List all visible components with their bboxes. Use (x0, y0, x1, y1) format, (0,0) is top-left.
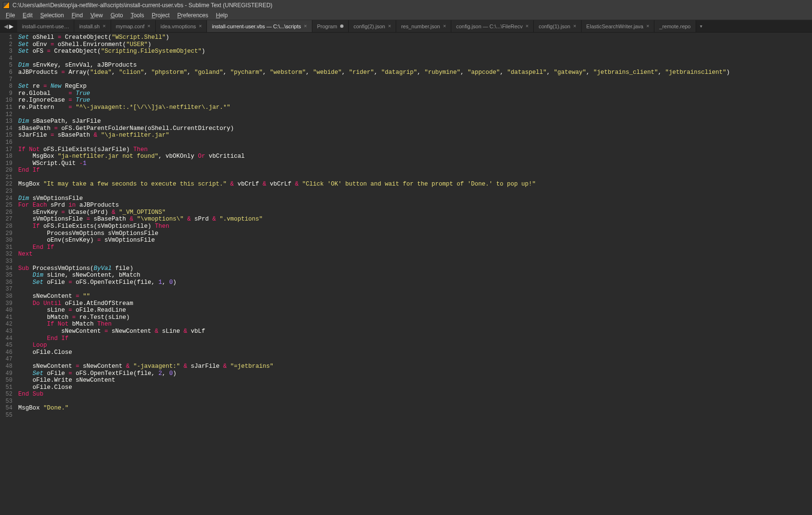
tab[interactable]: idea.vmoptions× (156, 20, 207, 32)
tab[interactable]: config(2).json× (349, 20, 396, 32)
code-line[interactable]: Dim sBasePath, sJarFile (18, 118, 812, 125)
code-line[interactable]: oEnv(sEnvKey) = sVmOptionsFile (18, 237, 812, 244)
code-line[interactable]: ProcessVmOptions sVmOptionsFile (18, 230, 812, 237)
code-line[interactable]: MsgBox "It may take a few seconds to exe… (18, 181, 812, 188)
code-line[interactable] (18, 188, 812, 195)
nav-forward-icon[interactable]: ▶ (9, 23, 13, 30)
menu-item[interactable]: Find (68, 11, 86, 20)
tab[interactable]: config.json — C:\...\FileRecv× (451, 20, 534, 32)
tab[interactable]: Program (312, 20, 349, 32)
tab[interactable]: install-current-use… (17, 20, 74, 32)
close-icon[interactable]: × (573, 23, 576, 29)
tab[interactable]: ElasticSearchWriter.java× (582, 20, 654, 32)
menu-item[interactable]: Edit (19, 11, 36, 20)
code-line[interactable]: sNewContent = "" (18, 293, 812, 300)
code-line[interactable]: For Each sPrd in aJBProducts (18, 202, 812, 209)
code-line[interactable]: Loop (18, 342, 812, 349)
code-line[interactable]: oFile.Write sNewContent (18, 377, 812, 384)
code-line[interactable]: If Not oFS.FileExists(sJarFile) Then (18, 146, 812, 153)
code-line[interactable]: sVmOptionsFile = sBasePath & "\vmoptions… (18, 216, 812, 223)
code-line[interactable] (18, 258, 812, 265)
tab[interactable]: res_number.json× (396, 20, 451, 32)
line-number: 19 (0, 160, 12, 167)
code-line[interactable]: End If (18, 167, 812, 174)
close-icon[interactable]: × (199, 23, 202, 29)
code-line[interactable]: Set oShell = CreateObject("WScript.Shell… (18, 34, 812, 41)
code-line[interactable]: End If (18, 244, 812, 251)
line-number: 29 (0, 230, 12, 237)
code-line[interactable]: Set oFS = CreateObject("Scripting.FileSy… (18, 48, 812, 55)
code-content[interactable]: Set oShell = CreateObject("WScript.Shell… (16, 33, 812, 515)
tab[interactable]: _remote.repo (654, 20, 696, 32)
tab-label: install-current-use… (22, 23, 69, 29)
titlebar[interactable]: C:\Users\allen\Desktop\ja-netfilter-all\… (0, 0, 812, 11)
code-line[interactable] (18, 174, 812, 181)
code-line[interactable]: Dim sLine, sNewContent, bMatch (18, 272, 812, 279)
tab-active[interactable]: install-current-user.vbs — C:\...\script… (207, 20, 312, 32)
close-icon[interactable]: × (388, 23, 391, 29)
menu-item[interactable]: View (87, 11, 107, 20)
code-line[interactable]: aJBProducts = Array("idea", "clion", "ph… (18, 69, 812, 76)
code-line[interactable]: re.Pattern = "^\-javaagent:.*[\/\\]ja\-n… (18, 104, 812, 111)
code-line[interactable] (18, 76, 812, 83)
code-line[interactable] (18, 356, 812, 363)
close-icon[interactable]: × (646, 23, 649, 29)
code-line[interactable]: Do Until oFile.AtEndOfStream (18, 300, 812, 307)
code-line[interactable]: Set oEnv = oShell.Environment("USER") (18, 41, 812, 48)
code-line[interactable] (18, 286, 812, 293)
code-line[interactable]: Set re = New RegExp (18, 83, 812, 90)
code-line[interactable]: re.IgnoreCase = True (18, 97, 812, 104)
code-line[interactable]: End If (18, 335, 812, 342)
code-line[interactable]: If oFS.FileExists(sVmOptionsFile) Then (18, 223, 812, 230)
close-icon[interactable]: × (148, 23, 150, 29)
code-line[interactable]: MsgBox "Done." (18, 405, 812, 412)
menu-item[interactable]: Goto (107, 11, 127, 20)
close-icon[interactable]: × (526, 23, 528, 29)
close-icon[interactable]: × (103, 23, 105, 29)
code-line[interactable] (18, 55, 812, 62)
code-line[interactable]: bMatch = re.Test(sLine) (18, 314, 812, 321)
code-line[interactable]: Set oFile = oFS.OpenTextFile(file, 2, 0) (18, 370, 812, 377)
code-line[interactable]: sNewContent = sNewContent & "-javaagent:… (18, 363, 812, 370)
code-line[interactable]: sEnvKey = UCase(sPrd) & "_VM_OPTIONS" (18, 209, 812, 216)
menu-item[interactable]: Project (148, 11, 173, 20)
tab-overflow-icon[interactable]: ▾ (696, 20, 706, 32)
tab[interactable]: mymap.conf× (111, 20, 156, 32)
code-line[interactable]: MsgBox "ja-netfilter.jar not found", vbO… (18, 153, 812, 160)
menu-item[interactable]: Tools (127, 11, 148, 20)
tab[interactable]: install.sh× (74, 20, 111, 32)
line-number: 40 (0, 307, 12, 314)
editor[interactable]: 1234567891011121314151617181920212223242… (0, 33, 812, 515)
line-number: 33 (0, 258, 12, 265)
tab[interactable]: config(1).json× (534, 20, 581, 32)
code-line[interactable]: End Sub (18, 391, 812, 398)
close-icon[interactable]: × (304, 23, 307, 29)
menu-item[interactable]: Help (212, 11, 232, 20)
code-line[interactable] (18, 412, 812, 419)
code-line[interactable]: sNewContent = sNewContent & sLine & vbLf (18, 328, 812, 335)
code-line[interactable]: Sub ProcessVmOptions(ByVal file) (18, 265, 812, 272)
code-line[interactable]: Dim sVmOptionsFile (18, 195, 812, 202)
close-icon[interactable]: × (443, 23, 446, 29)
code-line[interactable] (18, 398, 812, 405)
line-number: 30 (0, 237, 12, 244)
menu-item[interactable]: File (2, 11, 19, 20)
code-line[interactable]: sBasePath = oFS.GetParentFolderName(oShe… (18, 125, 812, 132)
app-icon (3, 2, 10, 9)
code-line[interactable] (18, 139, 812, 146)
code-line[interactable]: Dim sEnvKey, sEnvVal, aJBProducts (18, 62, 812, 69)
code-line[interactable]: sJarFile = sBasePath & "\ja-netfilter.ja… (18, 132, 812, 139)
code-line[interactable]: Set oFile = oFS.OpenTextFile(file, 1, 0) (18, 279, 812, 286)
code-line[interactable]: re.Global = True (18, 90, 812, 97)
code-line[interactable]: oFile.Close (18, 384, 812, 391)
menu-item[interactable]: Preferences (173, 11, 212, 20)
code-line[interactable]: sLine = oFile.ReadLine (18, 307, 812, 314)
code-line[interactable]: If Not bMatch Then (18, 321, 812, 328)
menu-item[interactable]: Selection (36, 11, 68, 20)
code-line[interactable]: Next (18, 251, 812, 258)
code-line[interactable]: oFile.Close (18, 349, 812, 356)
code-line[interactable] (18, 111, 812, 118)
tab-list: install-current-use…install.sh×mymap.con… (17, 20, 696, 32)
code-line[interactable]: WScript.Quit -1 (18, 160, 812, 167)
nav-back-icon[interactable]: ◀ (4, 23, 8, 30)
